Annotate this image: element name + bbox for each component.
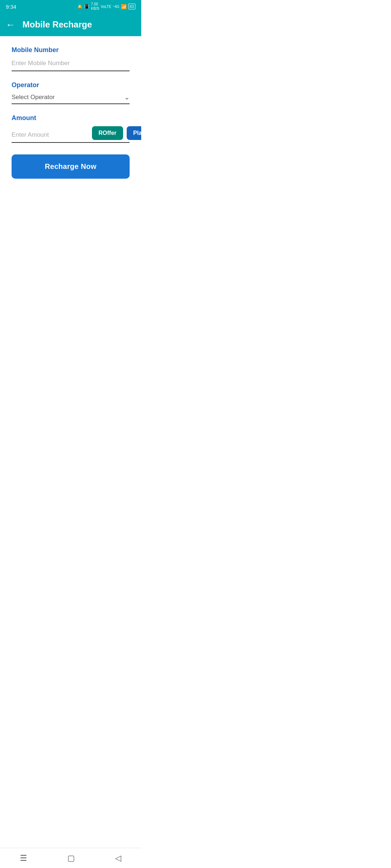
recharge-now-button[interactable]: Recharge Now (12, 154, 130, 179)
roffer-button[interactable]: ROffer (92, 126, 123, 140)
amount-section: Amount ROffer Plans (12, 114, 130, 143)
battery-icon: 83 (128, 4, 135, 9)
network-icon: ⁺4G (113, 5, 119, 9)
page-title: Mobile Recharge (22, 20, 92, 30)
back-button[interactable]: ← (6, 20, 15, 29)
mobile-number-input-wrapper (12, 58, 130, 71)
amount-row: ROffer Plans (12, 126, 130, 143)
mobile-number-label: Mobile Number (12, 46, 130, 54)
amount-label: Amount (12, 114, 130, 122)
network-speed: 7.00KB/S (91, 2, 99, 11)
operator-select[interactable]: Select Operator ⌄ (12, 93, 130, 104)
status-time: 9:34 (6, 4, 16, 10)
operator-label: Operator (12, 81, 130, 89)
chevron-down-icon: ⌄ (124, 93, 130, 101)
operator-placeholder: Select Operator (12, 94, 55, 101)
amount-input[interactable] (12, 130, 88, 140)
mobile-number-section: Mobile Number (12, 46, 130, 71)
volte-icon: VoLTE (101, 5, 111, 9)
alarm-icon: 🔔 (77, 4, 83, 9)
status-bar: 9:34 🔔 📳 7.00KB/S VoLTE ⁺4G 📶 83 (0, 0, 141, 13)
plans-button[interactable]: Plans (127, 126, 141, 140)
operator-section: Operator Select Operator ⌄ (12, 81, 130, 104)
signal-icon: 📶 (121, 4, 127, 9)
vibrate-icon: 📳 (84, 4, 89, 9)
toolbar: ← Mobile Recharge (0, 13, 141, 36)
status-icons: 🔔 📳 7.00KB/S VoLTE ⁺4G 📶 83 (77, 2, 135, 11)
mobile-number-input[interactable] (12, 58, 130, 68)
main-content: Mobile Number Operator Select Operator ⌄… (0, 36, 141, 189)
